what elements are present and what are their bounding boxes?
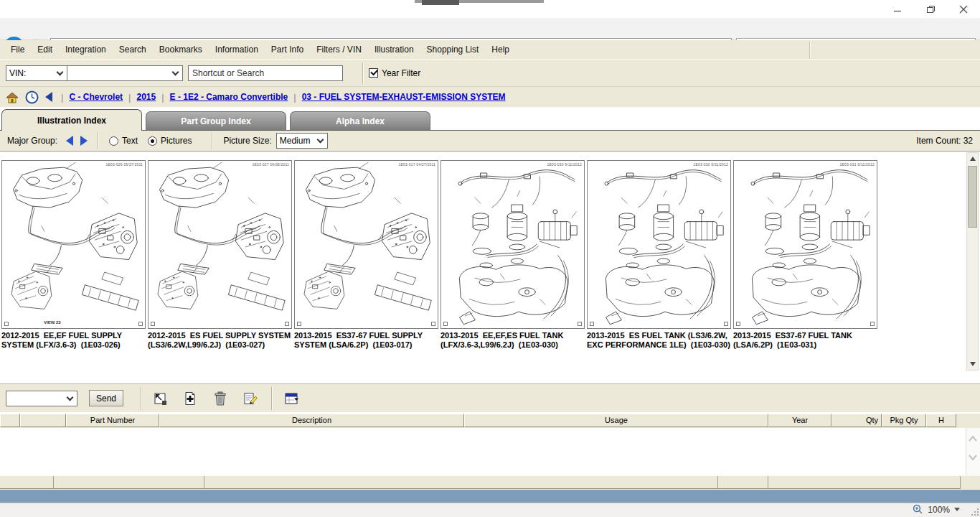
illustration-thumbnail[interactable]: 1E03-027 06/08/2011 <box>148 160 292 329</box>
tab-illustration-index[interactable]: Illustration Index <box>1 109 142 131</box>
menu-file[interactable]: File <box>4 42 31 57</box>
illustration-card[interactable]: 1E03-026 05/27/2011VIEW 232012-2015 EE,E… <box>1 160 146 350</box>
vin-select[interactable]: VIN: <box>6 65 67 81</box>
breadcrumb-link-2015[interactable]: 2015 <box>136 92 156 102</box>
close-button[interactable] <box>947 0 980 18</box>
illustration-card[interactable]: 1E03-031 9/11/20122013-2015 ES37-67 FUEL… <box>733 160 877 350</box>
menu-information[interactable]: Information <box>209 42 265 57</box>
year-filter-toggle[interactable]: Year Filter <box>369 68 420 78</box>
tab-part-group-index[interactable]: Part Group Index <box>146 111 286 130</box>
illustration-card[interactable]: 1E03-030 9/11/20122013-2015 ES FUEL TANK… <box>587 160 731 350</box>
edit-note-button[interactable] <box>240 388 261 409</box>
menu-illustration[interactable]: Illustration <box>368 42 420 57</box>
view-mode-pictures[interactable]: Pictures <box>148 136 192 146</box>
window-controls <box>881 0 980 18</box>
scrollbar-track[interactable] <box>967 164 978 358</box>
illustration-thumbnail[interactable]: 1E03-031 9/11/2012 <box>733 160 877 329</box>
resize-grip[interactable] <box>970 507 979 516</box>
application-window: e http://desktop-l09qrhf:351/PQMace/root… <box>0 0 980 517</box>
menu-part-info[interactable]: Part Info <box>265 42 310 57</box>
column-header-qty[interactable]: Qty <box>831 414 882 427</box>
radio-icon-pictures[interactable] <box>148 136 157 146</box>
illustration-caption: 2012-2015 EE,EF FUEL SUPPLY SYSTEM (LFX/… <box>1 331 146 350</box>
column-header-pkg-qty[interactable]: Pkg Qty <box>882 414 926 427</box>
add-note-button[interactable] <box>179 388 201 409</box>
menu-integration[interactable]: Integration <box>59 42 113 57</box>
sheet-corner-mark <box>443 322 448 326</box>
view-mode-text[interactable]: Text <box>109 136 138 146</box>
illustration-drawing <box>441 161 584 328</box>
illustration-sheet-id: 1E03-030 9/11/2012 <box>547 162 582 167</box>
next-group-button[interactable] <box>80 136 88 146</box>
breadcrumb-separator: | <box>161 92 164 103</box>
send-button[interactable]: Send <box>89 390 123 406</box>
sheet-corner-mark <box>4 322 9 326</box>
picture-size-select[interactable]: Medium <box>276 133 328 149</box>
tab-strip: Illustration IndexPart Group IndexAlpha … <box>0 107 980 131</box>
delete-button[interactable] <box>209 388 231 409</box>
gallery-scrollbar[interactable] <box>966 152 979 371</box>
radio-label-pictures: Pictures <box>161 136 192 146</box>
parts-table-header: Part NumberDescriptionUsageYearQtyPkg Qt… <box>0 414 980 428</box>
column-options-button[interactable] <box>281 388 303 409</box>
illustration-card[interactable]: 1E03-030 9/11/20122013-2015 EE,EF,ES FUE… <box>440 160 585 350</box>
shortcut-search-input[interactable] <box>188 65 343 81</box>
column-header-blank-0[interactable] <box>0 414 20 427</box>
vehicle-select[interactable] <box>67 65 183 81</box>
chevron-down-icon <box>57 68 64 75</box>
column-header-year[interactable]: Year <box>768 414 831 427</box>
illustration-thumbnail[interactable]: 1E03-030 9/11/2012 <box>587 160 731 329</box>
menu-filters-vin[interactable]: Filters / VIN <box>310 42 368 57</box>
home-icon <box>6 91 19 103</box>
send-target-select[interactable] <box>6 391 77 406</box>
zoom-control[interactable]: 100% <box>913 504 960 515</box>
grid-scroll-up-icon[interactable] <box>968 435 978 442</box>
year-filter-checkbox[interactable] <box>369 68 378 78</box>
illustration-thumbnail[interactable]: 1E03-026 05/27/2011VIEW 23 <box>1 160 146 329</box>
scroll-down-button[interactable] <box>967 358 978 370</box>
illustration-card[interactable]: 1E03-017 04/27/20112013-2015 ES37-67 FUE… <box>294 160 438 350</box>
illustration-thumbnail[interactable]: 1E03-017 04/27/2011 <box>294 160 438 329</box>
menu-help[interactable]: Help <box>485 42 516 57</box>
toolbar-divider <box>271 387 273 410</box>
vin-select-value: VIN: <box>6 68 55 78</box>
sheet-corner-mark <box>297 322 301 326</box>
trash-icon <box>212 391 228 406</box>
column-header-description[interactable]: Description <box>159 414 464 427</box>
bottom-separator-bar <box>0 490 980 503</box>
previous-group-button[interactable] <box>66 136 73 146</box>
illustration-caption: 2013-2015 ES37-67 FUEL TANK (LSA/6.2P) (… <box>733 331 877 350</box>
breadcrumb-link-c-chevrolet[interactable]: C - Chevrolet <box>69 92 123 102</box>
illustration-card[interactable]: 1E03-027 06/08/20112012-2015 ES FUEL SUP… <box>148 160 292 350</box>
transfer-icon <box>152 391 168 406</box>
radio-label-text: Text <box>122 136 138 146</box>
radio-icon-text[interactable] <box>109 136 118 146</box>
column-header-part-number[interactable]: Part Number <box>66 414 159 427</box>
minimize-button[interactable] <box>881 0 914 18</box>
home-button[interactable] <box>6 91 19 103</box>
column-header-usage[interactable]: Usage <box>464 414 768 427</box>
scroll-up-button[interactable] <box>967 153 978 164</box>
sheet-corner-mark <box>578 322 582 326</box>
navigate-back-button[interactable] <box>45 92 52 102</box>
zoom-dropdown-icon[interactable] <box>954 508 960 511</box>
breadcrumb-link-e-1e2-camaro-convertible[interactable]: E - 1E2 - Camaro Convertible <box>170 92 288 102</box>
illustration-drawing <box>295 161 438 328</box>
tab-alpha-index[interactable]: Alpha Index <box>290 111 430 130</box>
restore-button[interactable] <box>914 0 947 18</box>
column-header-blank-1[interactable] <box>20 414 66 427</box>
transfer-illustration-button[interactable] <box>149 388 171 409</box>
breadcrumb-link-03-fuel-system-exhaust-emission-system[interactable]: 03 - FUEL SYSTEM-EXHAUST-EMISSION SYSTEM <box>302 92 506 102</box>
menu-search[interactable]: Search <box>113 42 153 57</box>
column-header-h[interactable]: H <box>926 414 956 427</box>
footer-cell-2 <box>54 476 204 489</box>
illustration-thumbnail[interactable]: 1E03-030 9/11/2012 <box>440 160 585 329</box>
menu-edit[interactable]: Edit <box>31 42 59 57</box>
menu-bookmarks[interactable]: Bookmarks <box>153 42 209 57</box>
menu-shopping-list[interactable]: Shopping List <box>420 42 486 57</box>
grid-scroll-down-icon[interactable] <box>968 454 978 461</box>
footer-cell-5 <box>768 476 961 489</box>
history-button[interactable] <box>25 90 39 104</box>
left-triangle-icon <box>66 136 73 146</box>
scrollbar-thumb[interactable] <box>968 166 977 228</box>
